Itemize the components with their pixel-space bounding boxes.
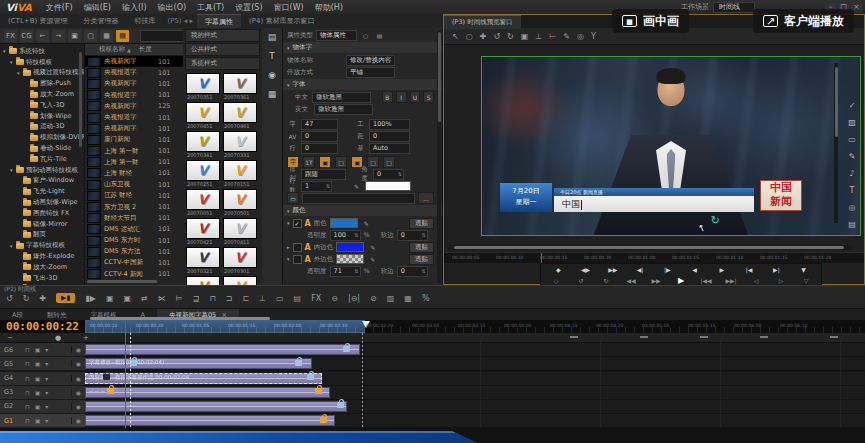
text-icon[interactable]: T	[850, 186, 855, 195]
soft-edge2-stepper[interactable]: 0⇅	[397, 266, 428, 277]
pip-button[interactable]: ▪ 画中画	[612, 9, 689, 33]
tree-folder[interactable]: 卷动-Slide	[0, 143, 84, 154]
tree-folder[interactable]: 擦除-Push	[0, 78, 84, 89]
preview-ruler[interactable]: 00:00:00:0500:00:00:1000:00:00:1500:00:0…	[444, 252, 864, 263]
style-thumbnail[interactable]: V20070411	[223, 218, 257, 245]
tree-folder[interactable]: ▾预制动画特技模板	[0, 165, 84, 176]
section-font[interactable]: ▾字体	[283, 79, 442, 90]
style-thumbnail[interactable]: V20070151	[223, 160, 257, 187]
grid-icon[interactable]: ▦	[404, 294, 412, 303]
baseline-dropdown[interactable]: Auto	[369, 143, 410, 154]
soft-edge-stepper[interactable]: 0⇅	[397, 230, 428, 241]
grid-icon[interactable]: ▦	[268, 89, 277, 99]
column-length[interactable]: 长度	[139, 45, 152, 54]
eye-icon[interactable]: ◉	[71, 360, 81, 367]
menu-item[interactable]: 输入(I)	[122, 3, 147, 12]
style-tab-2[interactable]: 系统样式	[185, 57, 260, 70]
percent-icon[interactable]: %	[422, 294, 430, 303]
timeline-clip[interactable]	[85, 344, 360, 355]
duplicate-icon[interactable]: ▣	[35, 403, 41, 410]
en-font-dropdown[interactable]: 微软雅黑	[314, 104, 373, 115]
clip-lock-icon[interactable]	[295, 360, 302, 366]
tab-resource-manager[interactable]: (CTL+B) 资源管理	[0, 14, 75, 28]
clip-lock-icon[interactable]	[315, 388, 322, 394]
eye-icon[interactable]: ◉	[71, 417, 81, 424]
stepper-icon[interactable]: ⇅	[421, 267, 425, 276]
fx-icon[interactable]: FX	[311, 294, 321, 303]
underline-button[interactable]: U	[410, 91, 421, 103]
template-row[interactable]: DM5 东方法101	[85, 246, 183, 257]
style-thumbnail[interactable]: V20070421	[186, 218, 220, 245]
preview-v-scrollbar[interactable]	[834, 63, 838, 223]
lock-icon[interactable]: ⊓	[25, 375, 30, 382]
image-icon[interactable]: ▨	[848, 118, 856, 127]
bold-button[interactable]: B	[382, 91, 393, 103]
track-lane[interactable]: 字幕修改--模拟(00-00-02-04)	[85, 357, 865, 371]
duplicate-icon[interactable]: ▣	[35, 417, 41, 424]
playhead-line[interactable]	[125, 333, 126, 428]
tree-folder[interactable]: 动画划像-Wipe	[0, 197, 84, 208]
duplicate-icon[interactable]: ▣	[35, 375, 41, 382]
play-button[interactable]: ▶	[712, 265, 732, 274]
track-header[interactable]: G3⊓▣▾◉	[0, 386, 85, 400]
chevron-down-icon[interactable]: ▾	[45, 417, 48, 424]
marker-out-icon[interactable]: ⊘	[370, 294, 377, 303]
cn-font-dropdown[interactable]: 微软雅黑	[312, 92, 371, 103]
sequence-tab[interactable]: A段	[0, 311, 35, 320]
tab-fx-library[interactable]: 特技库	[126, 14, 163, 28]
tree-folder[interactable]: ▾系统特技	[0, 46, 84, 57]
chevron-down-icon[interactable]: ▾	[45, 360, 48, 367]
document-icon[interactable]: ▤	[374, 32, 385, 39]
tree-folder[interactable]: ▾字幕特技模板	[0, 240, 84, 251]
tree-folder[interactable]: 划像-Wipe	[0, 111, 84, 122]
font-size-dropdown[interactable]: 47	[301, 119, 338, 130]
dock-mode-dropdown[interactable]: 平铺	[346, 67, 395, 78]
list-view-icon[interactable]: ▤	[116, 30, 129, 42]
workspace-dropdown[interactable]: 时间线	[713, 2, 755, 13]
menu-item[interactable]: 窗口(W)	[274, 3, 304, 12]
tracking-dropdown[interactable]: 0	[369, 131, 410, 142]
track-header[interactable]: G4⊓▣▾◉	[0, 372, 85, 386]
track-indicator[interactable]: ●	[48, 334, 68, 342]
undo-icon[interactable]: ↺	[6, 294, 13, 303]
template-row[interactable]: 央视新闻字101	[85, 78, 183, 89]
template-list-scrollbar[interactable]	[87, 280, 157, 283]
cursor-icon[interactable]: ↖	[452, 32, 459, 41]
timeline-ruler[interactable]: 00:00:00:1000:00:00:2000:00:01:0500:00:0…	[85, 320, 865, 333]
frame-icon[interactable]: ▭	[848, 135, 856, 144]
style-thumbnail[interactable]: V20070331	[223, 131, 257, 158]
strike-button[interactable]: S	[423, 91, 434, 103]
inner-transparent-button[interactable]: 透贴	[409, 242, 434, 253]
face-color-checkbox[interactable]: ✓	[293, 219, 302, 228]
style-thumbnail[interactable]: V20070361	[223, 73, 257, 100]
menu-item[interactable]: 设置(S)	[235, 3, 262, 12]
eyedropper-icon[interactable]: ✎	[367, 244, 378, 251]
track-lane[interactable]	[85, 400, 865, 414]
template-row[interactable]: 央视新闻字125	[85, 101, 183, 112]
row-count-stepper[interactable]: 1⇅	[301, 181, 332, 192]
section-color[interactable]: ▾颜色	[283, 205, 442, 216]
export-icon[interactable]: ▤	[294, 294, 302, 303]
align-option-icon[interactable]: ▢	[335, 156, 347, 168]
template-row[interactable]: 财经大节目101	[85, 213, 183, 224]
rotate-handle-icon[interactable]: ↻	[711, 214, 720, 227]
menu-item[interactable]: 编辑(E)	[84, 3, 111, 12]
properties-scrollbar[interactable]	[437, 30, 441, 283]
template-row[interactable]: 上海 第一财101	[85, 146, 183, 157]
hand-icon[interactable]: ✚	[480, 32, 487, 41]
text-content-input[interactable]	[302, 193, 415, 204]
tree-folder[interactable]: 画面特技 FX	[0, 208, 84, 219]
crop-icon[interactable]: ▣	[521, 32, 529, 41]
template-row[interactable]: 央视新闻字101	[85, 123, 183, 134]
redo-icon[interactable]: ↻	[507, 32, 514, 41]
align-top-icon[interactable]: ⊥	[535, 32, 542, 41]
lock-icon[interactable]: ⊓	[25, 403, 30, 410]
align-mid-icon[interactable]: ⊢	[549, 32, 556, 41]
lock-icon[interactable]: ⊓	[25, 360, 30, 367]
transport-button[interactable]: ◀◀	[621, 276, 641, 285]
tree-scrollbar[interactable]	[79, 52, 82, 147]
marker-in-icon[interactable]: |⊖|	[348, 294, 360, 303]
track-header[interactable]: G1⊓▣▾◉	[0, 414, 85, 428]
transport-button[interactable]: ▽	[796, 276, 816, 285]
align-option-icon[interactable]: ▢	[383, 156, 395, 168]
